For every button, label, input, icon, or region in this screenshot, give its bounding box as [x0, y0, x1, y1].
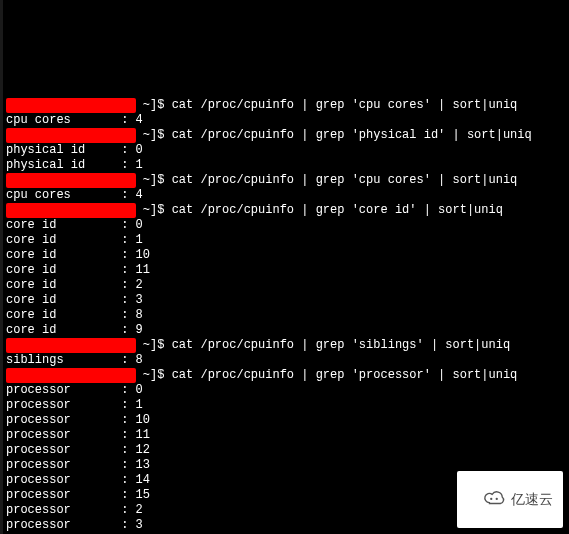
prompt-tail: ~]$ [136, 368, 172, 382]
output-line: processor : 1 [6, 398, 563, 413]
prompt-line[interactable]: [yexxxxxxxxxxxxxx5 ~]$ cat /proc/cpuinfo… [6, 173, 563, 188]
prompt-tail: ~]$ [136, 173, 172, 187]
prompt-line[interactable]: [xxxxxxxxxxxxxxxx5 ~]$ cat /proc/cpuinfo… [6, 203, 563, 218]
prompt-tail: ~]$ [136, 128, 172, 142]
prompt-line[interactable]: [xxxxxxxx xxxxxx65 ~]$ cat /proc/cpuinfo… [6, 98, 563, 113]
output-line: core id : 8 [6, 308, 563, 323]
output-line: processor : 12 [6, 443, 563, 458]
terminal-output: [xxxxxxxx xxxxxx65 ~]$ cat /proc/cpuinfo… [6, 98, 563, 534]
output-line: physical id : 1 [6, 158, 563, 173]
output-line: core id : 3 [6, 293, 563, 308]
prompt-line[interactable]: [yxxxxxxxxxxxxxxx5 ~]$ cat /proc/cpuinfo… [6, 128, 563, 143]
prompt-tail: ~]$ [136, 203, 172, 217]
command-text: cat /proc/cpuinfo | grep 'cpu cores' | s… [172, 173, 518, 187]
output-line: processor : 10 [6, 413, 563, 428]
watermark-badge: 亿速云 [457, 471, 563, 528]
output-line: core id : 1 [6, 233, 563, 248]
output-line: core id : 2 [6, 278, 563, 293]
redacted-user-host: [yxxxxxxxxxxxxxxx5 [6, 128, 136, 143]
prompt-tail: ~]$ [136, 98, 172, 112]
output-line: cpu cores : 4 [6, 113, 563, 128]
command-text: cat /proc/cpuinfo | grep 'siblings' | so… [172, 338, 510, 352]
window-border [0, 0, 3, 534]
command-text: cat /proc/cpuinfo | grep 'physical id' |… [172, 128, 532, 142]
output-line: processor : 11 [6, 428, 563, 443]
svg-point-0 [490, 498, 492, 500]
command-text: cat /proc/cpuinfo | grep 'cpu cores' | s… [172, 98, 518, 112]
cloud-icon [467, 475, 505, 524]
output-line: core id : 10 [6, 248, 563, 263]
output-line: cpu cores : 4 [6, 188, 563, 203]
output-line: processor : 0 [6, 383, 563, 398]
output-line: core id : 9 [6, 323, 563, 338]
prompt-line[interactable]: [xxxxxxxxxxxxxxxx5 ~]$ cat /proc/cpuinfo… [6, 338, 563, 353]
redacted-user-host: [yexxxxxxxxxxxxxx5 [6, 173, 136, 188]
output-line: core id : 0 [6, 218, 563, 233]
prompt-line[interactable]: [xxxxxxxxxxxxxxxx5 ~]$ cat /proc/cpuinfo… [6, 368, 563, 383]
redacted-user-host: [xxxxxxxxxxxxxxxx5 [6, 368, 136, 383]
svg-point-1 [496, 498, 498, 500]
redacted-user-host: [xxxxxxxx xxxxxx65 [6, 98, 136, 113]
watermark-text: 亿速云 [511, 492, 553, 507]
output-line: siblings : 8 [6, 353, 563, 368]
output-line: physical id : 0 [6, 143, 563, 158]
command-text: cat /proc/cpuinfo | grep 'processor' | s… [172, 368, 518, 382]
command-text: cat /proc/cpuinfo | grep 'core id' | sor… [172, 203, 503, 217]
prompt-tail: ~]$ [136, 338, 172, 352]
redacted-user-host: [xxxxxxxxxxxxxxxx5 [6, 203, 136, 218]
redacted-user-host: [xxxxxxxxxxxxxxxx5 [6, 338, 136, 353]
output-line: core id : 11 [6, 263, 563, 278]
